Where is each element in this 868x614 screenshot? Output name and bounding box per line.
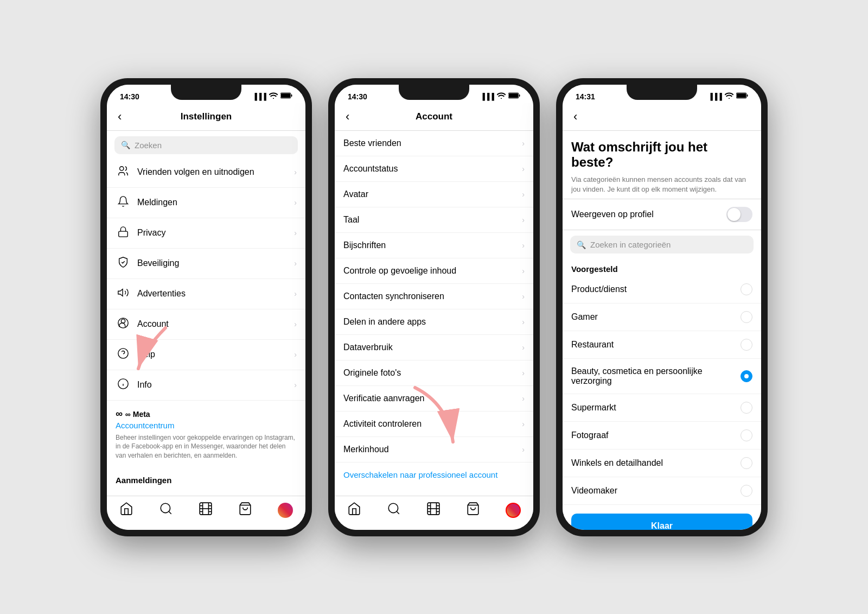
content-2: Beste vrienden › Accountstatus › Avatar … <box>335 131 533 496</box>
phones-container: 14:30 ▐▐▐ ‹ Instellingen <box>100 78 768 536</box>
meta-section: ∞ ∞ Meta Accountcentrum Beheer instellin… <box>107 401 305 468</box>
svg-point-13 <box>161 503 170 512</box>
menu-item-beste-vrienden[interactable]: Beste vrienden › <box>335 131 533 156</box>
menu-item-contacten[interactable]: Contacten synchroniseren › <box>335 284 533 309</box>
toggle-row: Weergeven op profiel <box>563 199 761 230</box>
category-restaurant[interactable]: Restaurant <box>563 331 761 359</box>
klaar-button[interactable]: Klaar <box>571 514 752 529</box>
menu-item-help[interactable]: Help › <box>107 340 305 370</box>
menu-item-dataverbruik[interactable]: Dataverbruik › <box>335 335 533 360</box>
menu-item-info[interactable]: Info › <box>107 370 305 401</box>
radio-supermarkt[interactable] <box>741 402 752 414</box>
radio-gamer[interactable] <box>741 311 752 323</box>
info-chevron: › <box>294 381 297 389</box>
category-title: Wat omschrijft jou het beste? <box>571 140 752 171</box>
meta-logo: ∞ ∞ Meta <box>116 408 297 420</box>
category-beauty[interactable]: Beauty, cosmetica en persoonlijke verzor… <box>563 359 761 394</box>
menu-item-verificatie[interactable]: Verificatie aanvragen › <box>335 386 533 412</box>
menu-item-activiteit[interactable]: Activiteit controleren › <box>335 412 533 437</box>
category-videomaker[interactable]: Videomaker <box>563 477 761 505</box>
svg-rect-1 <box>281 93 290 98</box>
category-supermarkt[interactable]: Supermarkt <box>563 394 761 422</box>
radio-videomaker[interactable] <box>741 485 752 497</box>
menu-item-security[interactable]: Beveiliging › <box>107 249 305 279</box>
status-icons-3: ▐▐▐ <box>708 92 748 100</box>
status-icons-2: ▐▐▐ <box>480 92 520 100</box>
svg-rect-2 <box>291 94 292 97</box>
svg-rect-4 <box>119 231 128 237</box>
notch-3 <box>627 85 697 100</box>
radio-beauty[interactable] <box>741 370 752 382</box>
menu-item-andere-apps[interactable]: Delen in andere apps › <box>335 309 533 335</box>
profile-avatar-1[interactable] <box>278 503 293 518</box>
category-winkels[interactable]: Winkels en detailhandel <box>563 450 761 477</box>
category-gamer[interactable]: Gamer <box>563 303 761 331</box>
menu-item-avatar[interactable]: Avatar › <box>335 182 533 207</box>
meta-link[interactable]: Accountcentrum <box>116 421 297 430</box>
help-chevron: › <box>294 350 297 359</box>
aanmeldingen-header: Aanmeldingen <box>107 468 305 487</box>
menu-item-friends[interactable]: Vrienden volgen en uitnodigen › <box>107 157 305 188</box>
home-tab-2[interactable] <box>347 502 361 519</box>
notch-1 <box>171 85 241 100</box>
phone-2-screen: 14:30 ▐▐▐ ‹ Account Bes <box>335 85 533 530</box>
overschakelen-link[interactable]: Overschakelen naar professioneel account <box>335 463 533 487</box>
search-bar-1[interactable]: 🔍 Zoeken <box>114 136 298 154</box>
back-button-2[interactable]: ‹ <box>343 107 352 126</box>
wifi-icon-3 <box>725 92 733 100</box>
category-fotograaf[interactable]: Fotograaf <box>563 422 761 450</box>
menu-item-taal[interactable]: Taal › <box>335 207 533 233</box>
toggle-switch[interactable] <box>726 207 752 222</box>
search-tab-1[interactable] <box>159 502 173 519</box>
notch-2 <box>399 85 469 100</box>
friends-icon <box>116 165 131 180</box>
help-icon <box>116 347 131 362</box>
menu-item-notifications[interactable]: Meldingen › <box>107 188 305 218</box>
time-3: 14:31 <box>576 92 595 101</box>
tab-bar-2 <box>335 496 533 530</box>
phone-2: 14:30 ▐▐▐ ‹ Account Bes <box>328 78 540 536</box>
back-button-3[interactable]: ‹ <box>571 107 579 126</box>
home-tab-1[interactable] <box>119 502 133 519</box>
back-button-1[interactable]: ‹ <box>116 107 124 126</box>
category-desc: Via categorieën kunnen mensen accounts z… <box>571 175 752 194</box>
content-3: Wat omschrijft jou het beste? Via catego… <box>563 131 761 530</box>
shop-tab-2[interactable] <box>466 502 480 519</box>
menu-item-accountstatus[interactable]: Accountstatus › <box>335 156 533 182</box>
radio-restaurant[interactable] <box>741 339 752 351</box>
content-1: 🔍 Zoeken Vrienden volgen en uitnodigen ›… <box>107 131 305 496</box>
svg-marker-5 <box>118 289 123 296</box>
menu-item-bijschriften[interactable]: Bijschriften › <box>335 233 533 258</box>
radio-fotograaf[interactable] <box>741 429 752 441</box>
menu-item-ads[interactable]: Advertenties › <box>107 279 305 309</box>
category-product-dienst[interactable]: Product/dienst <box>563 276 761 303</box>
svg-point-28 <box>388 503 398 512</box>
menu-item-originele-fotos[interactable]: Originele foto's › <box>335 360 533 386</box>
reels-tab-1[interactable] <box>199 502 213 519</box>
search-tab-2[interactable] <box>387 502 401 519</box>
security-label: Beveiliging <box>137 258 294 268</box>
signal-icon-3: ▐▐▐ <box>708 93 722 100</box>
privacy-chevron: › <box>294 229 297 237</box>
menu-item-privacy[interactable]: Privacy › <box>107 218 305 249</box>
search-icon-cat: 🔍 <box>577 240 586 249</box>
shop-tab-1[interactable] <box>238 502 252 519</box>
svg-rect-27 <box>519 94 520 97</box>
friends-chevron: › <box>294 168 297 176</box>
ads-label: Advertenties <box>137 289 294 299</box>
profile-avatar-2[interactable] <box>506 503 521 518</box>
search-cat-placeholder: Zoeken in categorieën <box>590 240 671 249</box>
svg-point-8 <box>118 348 128 358</box>
menu-item-account[interactable]: Account › <box>107 309 305 340</box>
nieuw-account-link[interactable]: Nieuw professioneel account toevoegen <box>335 487 533 496</box>
radio-winkels[interactable] <box>741 457 752 469</box>
search-bar-categories[interactable]: 🔍 Zoeken in categorieën <box>570 236 754 254</box>
category-header: Wat omschrijft jou het beste? Via catego… <box>563 131 761 199</box>
menu-item-gevoelige-inhoud[interactable]: Controle op gevoelige inhoud › <box>335 258 533 284</box>
svg-point-3 <box>120 166 124 170</box>
account-toevoegen[interactable]: Account toevoegen <box>107 487 305 496</box>
reels-tab-2[interactable] <box>426 502 441 519</box>
menu-item-merkinhoud[interactable]: Merkinhoud › <box>335 437 533 463</box>
radio-product-dienst[interactable] <box>741 283 752 295</box>
svg-line-14 <box>169 511 171 514</box>
